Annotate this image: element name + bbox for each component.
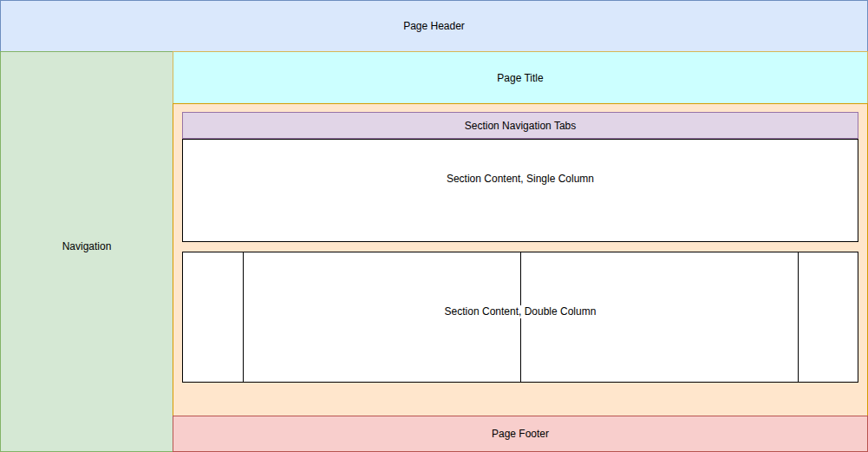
double-column-content-label: Section Content, Double Column xyxy=(441,305,600,318)
navigation-label: Navigation xyxy=(1,240,173,252)
page-footer-region: Page Footer xyxy=(173,416,868,452)
page-header-label: Page Header xyxy=(403,20,465,32)
single-column-content-label: Section Content, Single Column xyxy=(183,173,858,185)
column-divider-right xyxy=(798,252,799,382)
column-divider-left xyxy=(243,252,244,382)
page-header-region: Page Header xyxy=(0,0,868,52)
navigation-region: Navigation xyxy=(0,51,173,452)
page-title-region: Page Title xyxy=(173,51,868,104)
page-footer-label: Page Footer xyxy=(492,428,549,440)
page-layout-wireframe: Page Header Navigation Page Title Sectio… xyxy=(0,0,868,452)
double-column-content-region: Section Content, Double Column xyxy=(182,252,858,383)
section-content-region: Section Navigation Tabs Section Content,… xyxy=(173,103,868,416)
section-navigation-tabs-label: Section Navigation Tabs xyxy=(465,120,577,132)
section-navigation-tabs-region: Section Navigation Tabs xyxy=(182,112,858,139)
single-column-content-region: Section Content, Single Column xyxy=(182,139,858,242)
page-title-label: Page Title xyxy=(497,72,543,84)
